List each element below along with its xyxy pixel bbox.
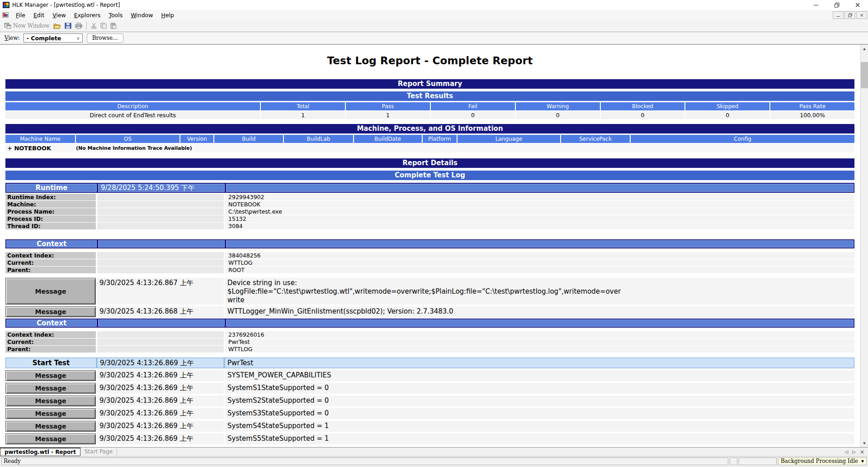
message-button[interactable]: Message (5, 421, 96, 432)
message-button[interactable]: Message (5, 434, 96, 444)
browse-button[interactable]: Browse... (87, 33, 123, 43)
background-processing-select[interactable]: Background Processing Idle ▾ (778, 457, 867, 465)
kv-value: PwrTest (225, 338, 854, 345)
tab-scroll-right-button[interactable]: ▷ (852, 449, 856, 454)
machine-header-row: Machine Name OS Version Build BuildLab B… (5, 135, 854, 143)
kv-value: NOTEBOOK (225, 201, 854, 208)
menu-help[interactable]: Help (157, 11, 178, 19)
kv-spacer (97, 331, 224, 338)
kv-process-id: Process ID: 15132 (5, 215, 854, 222)
report-title: Test Log Report - Complete Report (5, 55, 854, 67)
col-machine-name: Machine Name (5, 135, 75, 143)
kv-value: WTTLOG (225, 346, 854, 353)
val-description: Direct count of EndTest results (5, 111, 260, 119)
status-message: Ready (1, 457, 728, 465)
context-empty-cell (226, 240, 854, 248)
kv-label: Parent: (5, 267, 96, 273)
mdi-minimize-button[interactable] (833, 11, 844, 19)
mdi-close-button[interactable]: × (856, 11, 867, 19)
menu-edit[interactable]: Edit (29, 11, 48, 19)
mdi-minimize-icon (836, 16, 840, 17)
tab-close-button[interactable]: × (860, 449, 864, 455)
tab-report[interactable]: pwrtestlog.wtl - Report (0, 448, 80, 456)
mdi-restore-button[interactable] (844, 11, 855, 19)
view-selected-value: - Complete (27, 35, 61, 42)
message-button[interactable]: Message (5, 306, 96, 317)
menu-explorers[interactable]: Explorers (70, 11, 105, 19)
status-panel-small (730, 457, 737, 465)
log-section-context: Context (5, 239, 854, 248)
message-button[interactable]: Message (5, 396, 96, 406)
restore-button[interactable] (826, 0, 847, 10)
scroll-up-button[interactable]: ▲ (861, 45, 868, 52)
paste-button[interactable] (108, 22, 118, 30)
tab-scroll-left-button[interactable]: ◁ (845, 449, 849, 454)
scrollbar-thumb[interactable] (861, 62, 868, 88)
runtime-expander[interactable]: Runtime (6, 184, 97, 192)
view-label: View: (5, 35, 20, 41)
col-config: Config (631, 135, 854, 143)
menu-tools[interactable]: Tools (104, 11, 127, 19)
message-button[interactable]: Message (5, 370, 96, 381)
col-os: OS (76, 135, 179, 143)
message-text-cell: Device string in use: $LogFile:file="C:\… (225, 278, 854, 305)
kv-label: Current: (5, 259, 96, 266)
context-expander[interactable]: Context (6, 240, 97, 248)
toolbar: New Window (0, 20, 868, 32)
message-timestamp: 9/30/2025 4:13:26.869 上午 (97, 396, 224, 406)
val-fail: 0 (431, 111, 515, 119)
message-text-cell: SystemS2StateSupported = 0 (225, 396, 854, 406)
col-skipped: Skipped (685, 102, 769, 110)
message-button[interactable]: Message (5, 278, 96, 305)
section-complete-test-log: Complete Test Log (5, 171, 854, 180)
view-select[interactable]: - Complete ∨ (24, 33, 83, 43)
mdi-close-icon: × (859, 12, 863, 18)
menu-window[interactable]: Window (127, 11, 157, 19)
val-pass-rate: 100.00% (770, 111, 854, 119)
print-button[interactable] (73, 22, 84, 30)
open-folder-icon (53, 23, 61, 29)
menu-file[interactable]: File (12, 11, 29, 19)
message-button[interactable]: Message (5, 408, 96, 419)
close-button[interactable]: × (847, 0, 868, 10)
message-text-cell: SystemS3StateSupported = 0 (225, 408, 854, 419)
close-icon: × (855, 1, 861, 9)
message-button[interactable]: Message (5, 383, 96, 394)
context-expander[interactable]: Context (6, 319, 97, 327)
col-buildlab: BuildLab (284, 135, 353, 143)
kv-value: 2376926016 (225, 331, 854, 338)
title-bar: HLK Manager - [pwrtestlog.wtl - Report] … (0, 0, 868, 10)
kv-value: 3084 (225, 223, 854, 229)
message-timestamp: 9/30/2025 4:13:26.869 上午 (97, 383, 224, 394)
minimize-button[interactable] (806, 0, 826, 10)
kv-context-index: Context Index: 384048256 (5, 252, 854, 259)
message-text-cell: SYSTEM_POWER_CAPABILITIES (225, 370, 854, 381)
machine-note: (No Machine Information Trace Available) (76, 144, 854, 152)
col-blocked: Blocked (601, 102, 685, 110)
background-processing-label: Background Processing Idle (781, 458, 858, 465)
kv-label: Process ID: (5, 215, 96, 222)
save-button[interactable] (63, 22, 73, 30)
message-text-cell: SystemS5StateSupported = 1 (225, 434, 854, 444)
runtime-timestamp: 9/28/2025 5:24:50.395 下午 (98, 184, 225, 192)
machine-expander[interactable]: + NOTEBOOK (5, 144, 75, 152)
message-text: SystemS5StateSupported = 1 (227, 434, 623, 443)
cut-button[interactable] (89, 22, 99, 30)
menu-bar: File Edit View Explorers Tools Window He… (0, 10, 868, 20)
mdi-restore-icon (848, 13, 852, 17)
message-text-cell: SystemS4StateSupported = 1 (225, 421, 854, 432)
message-text-cell: SystemS1StateSupported = 0 (225, 383, 854, 394)
new-window-button[interactable]: New Window (2, 22, 52, 30)
status-bar: Ready Background Processing Idle ▾ (0, 456, 868, 466)
open-button[interactable] (52, 22, 63, 30)
menu-view[interactable]: View (48, 11, 70, 19)
start-test-expander[interactable]: Start Test (6, 358, 96, 368)
new-window-icon (4, 23, 11, 29)
app-icon (3, 2, 9, 8)
scroll-down-button[interactable]: ▼ (861, 439, 868, 447)
tab-start-page[interactable]: Start Page (80, 448, 117, 456)
log-message-row: Message 9/30/2025 4:13:26.869 上午 SystemS… (5, 383, 854, 394)
kv-spacer (97, 194, 224, 200)
copy-button[interactable] (99, 22, 108, 30)
vertical-scrollbar[interactable]: ▲ ▼ (860, 45, 868, 447)
